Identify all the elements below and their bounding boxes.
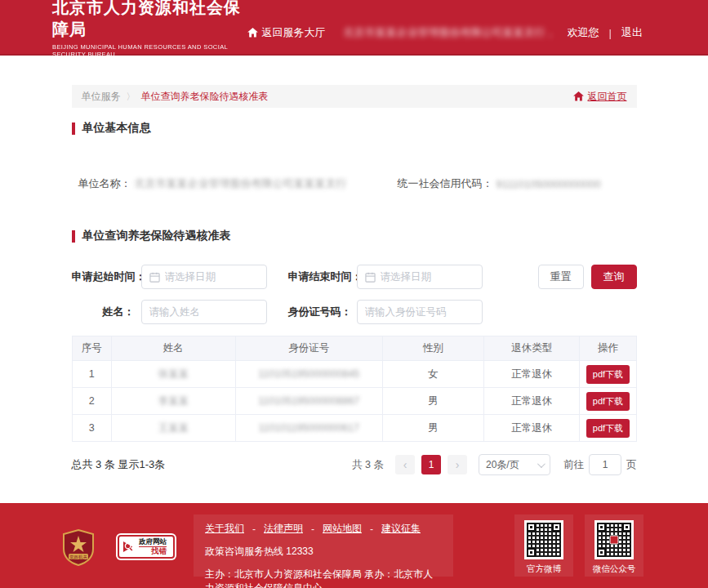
cell-name-masked: 王某某 [111,415,235,442]
form-row-identity: 姓名： 身份证号码： [72,300,637,324]
end-date-label: 申请结束时间： [288,270,350,284]
credit-code-group: 统一社会信用代码： 911101050000000000 [398,176,601,191]
id-number-label: 身份证号码： [288,305,350,319]
table-row: 1 张某某 110105195000000845 女 正常退休 pdf下载 [72,361,636,388]
find-error-line2: 找错 [139,547,167,555]
name-input-box [141,300,267,324]
start-date-label: 申请起始时间： [72,270,135,284]
results-summary: 总共 3 条 显示1-3条 [72,457,166,472]
section-unit-info: 单位基本信息 [72,121,637,136]
pagination-row: 总共 3 条 显示1-3条 共 3 条 ‹ 1 › 20条/页 前往 页 [72,454,637,475]
section-query-title: 单位查询养老保险待遇核准表 [82,229,231,243]
name-label: 姓名： [72,305,135,319]
header-divider: | [609,27,612,39]
col-gender: 性别 [382,336,483,361]
cell-id-masked: 110101195000000617 [235,415,382,442]
start-date-input[interactable] [165,271,259,283]
goto-suffix: 页 [626,458,637,472]
unit-info-row: 单位名称： 北京市某某企业管理股份有限公司某某某支行 统一社会信用代码： 911… [72,176,637,191]
start-date-input-box [141,265,267,289]
col-name: 姓名 [111,336,235,361]
cell-retire-type: 正常退休 [483,361,579,388]
calendar-icon [149,272,160,283]
credit-code-label: 统一社会信用代码： [398,176,493,191]
badge-label: 党政机关 [69,555,88,560]
table-header-row: 序号 姓名 身份证号 性别 退休类型 操作 [72,336,636,361]
footer-info-panel: 关于我们 - 法律声明 - 网站地图 - 建议征集 政策咨询服务热线 12333… [194,514,453,577]
search-button[interactable]: 查询 [591,265,637,289]
credit-code-value-masked: 911101050000000000 [496,178,601,190]
weibo-qr-label: 官方微博 [527,564,561,575]
pdf-download-button[interactable]: pdf下载 [586,365,630,384]
section-unit-info-title: 单位基本信息 [82,121,151,136]
section-query: 单位查询养老保险待遇核准表 [72,229,637,243]
cell-retire-type: 正常退休 [483,415,579,442]
page-size-value: 20条/页 [486,458,519,472]
breadcrumb-separator: 〉 [127,91,136,103]
footer-link-suggestions[interactable]: 建议征集 [381,522,421,536]
goto-page-input[interactable] [589,454,621,475]
page-size-select[interactable]: 20条/页 [479,454,550,475]
logged-in-company-masked: 北京市某某企业管理股份有限公司某某支行， [344,25,556,40]
return-hall-link[interactable]: 返回服务大厅 [247,25,326,40]
cell-index: 1 [72,361,111,388]
cell-gender: 男 [382,415,483,442]
qr-center-logo-icon [610,536,619,545]
site-subtitle: BEIJING MUNICIPAL HUMAN RESOURCES AND SO… [52,43,247,58]
cell-id-masked: 110105195000000845 [235,361,382,388]
footer-links: 关于我们 - 法律声明 - 网站地图 - 建议征集 [205,522,442,536]
footer-link-about[interactable]: 关于我们 [205,522,244,536]
pdf-download-button[interactable]: pdf下载 [586,392,630,411]
pagination-total: 共 3 条 [352,458,384,472]
qr-finder-icon [597,548,606,557]
home-icon [573,91,584,101]
unit-name-label: 单位名称： [78,176,131,191]
goto-page: 前往 页 [563,454,637,475]
cell-name-masked: 张某某 [111,361,235,388]
end-date-input[interactable] [381,271,474,283]
id-number-input-box [357,300,483,324]
breadcrumb-current: 单位查询养老保险待遇核准表 [141,90,269,104]
cell-gender: 男 [382,388,483,415]
return-home-link[interactable]: 返回首页 [573,90,627,104]
cell-id-masked: 110105195000008867 [235,388,382,415]
welcome-text: 欢迎您 [568,25,599,40]
pdf-download-button[interactable]: pdf下载 [586,419,630,438]
government-badge-icon: 党政机关 [62,529,95,566]
cell-name-masked: 李某某 [111,388,235,415]
id-number-input[interactable] [365,306,474,318]
footer-link-sitemap[interactable]: 网站地图 [323,522,362,536]
chevron-down-icon [537,460,545,468]
site-title: 北京市人力资源和社会保障局 [52,0,247,41]
qr-finder-icon [527,548,536,557]
query-form: 申请起始时间： 申请结束时间： 重置 查询 姓名： 身份证号码： [72,265,637,324]
col-index: 序号 [72,336,111,361]
cell-gender: 女 [382,361,483,388]
site-header: 北京市人力资源和社会保障局 BEIJING MUNICIPAL HUMAN RE… [0,0,708,56]
footer-link-legal[interactable]: 法律声明 [264,522,303,536]
breadcrumb-parent[interactable]: 单位服务 [82,90,121,104]
col-retire-type: 退休类型 [483,336,579,361]
cell-index: 2 [72,388,111,415]
logout-link[interactable]: 退出 [621,25,643,40]
name-input[interactable] [149,306,259,318]
site-footer: 党政机关 政府网站 找错 关于我们 - 法律声明 - 网站地图 - 建议征集 政… [0,503,708,588]
calendar-icon [365,272,376,283]
section-bar-icon [72,230,75,243]
find-error-widget[interactable]: 政府网站 找错 [118,535,175,559]
qr-finder-icon [597,523,606,532]
qr-finder-icon [527,523,536,532]
reset-button[interactable]: 重置 [538,265,584,289]
find-error-text: 政府网站 找错 [139,538,167,555]
pagination: 共 3 条 ‹ 1 › 20条/页 前往 页 [352,454,636,475]
prev-page-button[interactable]: ‹ [395,455,415,474]
wechat-qr-panel: 微信公众号 [585,514,643,577]
return-hall-label: 返回服务大厅 [262,25,326,40]
qr-finder-icon [552,523,561,532]
page-number-active[interactable]: 1 [421,455,441,474]
next-page-button[interactable]: › [448,455,467,474]
site-brand: 北京市人力资源和社会保障局 BEIJING MUNICIPAL HUMAN RE… [52,0,247,58]
cell-retire-type: 正常退休 [483,388,579,415]
goto-label: 前往 [563,458,584,472]
footer-link-separator: - [252,523,256,535]
